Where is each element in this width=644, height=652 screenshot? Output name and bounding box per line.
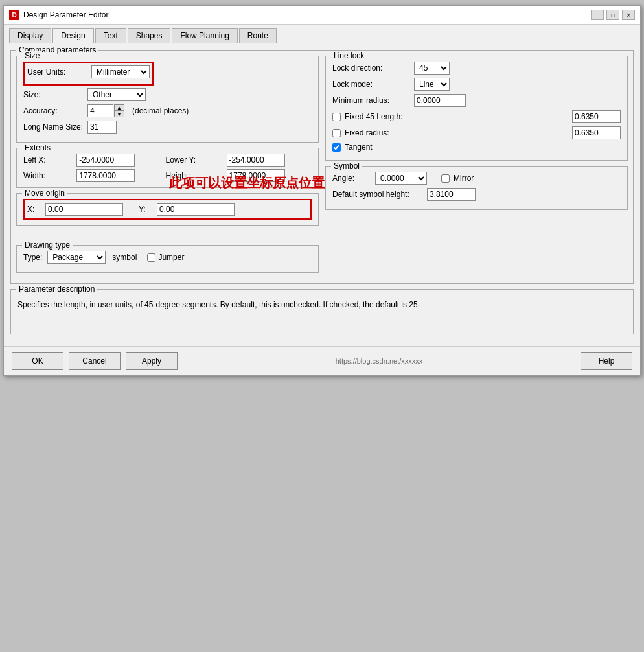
extents-legend: Extents [22,143,53,152]
tangent-row: Tangent [332,143,621,152]
lower-y-input[interactable] [227,154,285,167]
line-lock-legend: Line lock [331,51,367,60]
size-legend: Size [22,51,42,60]
help-button[interactable]: Help [581,352,632,370]
lock-mode-select[interactable]: Line Arc [414,78,450,91]
size-section: Size User Units: Millimeter Inch Micron [16,56,319,143]
right-column: Line lock Lock direction: 45 90 Any [325,56,628,278]
title-bar: D Design Parameter Editor — □ ✕ [4,6,640,25]
param-description-section: Parameter description Specifies the leng… [10,289,634,334]
tab-design[interactable]: Design [52,28,93,43]
spinner-down[interactable]: ▼ [114,111,124,117]
move-origin-section: Move origin X: Y: 此项可以设置坐标原点位置 [16,193,319,226]
angle-select[interactable]: 0.0000 45.0000 90.0000 135.0000 180.0000 [375,172,427,185]
width-label: Width: [23,171,73,180]
minimize-button[interactable]: — [591,10,604,20]
footer-left: OK Cancel Apply [12,352,178,370]
default-height-row: Default symbol height: [332,188,621,201]
ok-button[interactable]: OK [12,352,63,370]
tab-bar: Display Design Text Shapes Flow Planning… [4,25,640,43]
min-radius-input[interactable] [414,94,466,107]
two-column-layout: Size User Units: Millimeter Inch Micron [16,56,628,278]
lock-mode-label: Lock mode: [332,80,410,89]
fixed45-row: Fixed 45 Length: [332,110,621,123]
type-label: Type: [23,253,42,262]
cancel-button[interactable]: Cancel [69,352,121,370]
size-select[interactable]: Other A4 A3 Letter [87,88,146,101]
spinner-buttons: ▲ ▼ [114,104,124,117]
apply-button[interactable]: Apply [126,352,178,370]
x-input[interactable] [45,203,123,216]
title-controls: — □ ✕ [591,10,635,20]
tangent-label: Tangent [345,143,373,152]
min-radius-row: Minimum radius: [332,94,621,107]
long-name-label: Long Name Size: [23,122,85,132]
lower-y-label: Lower Y: [166,156,223,165]
footer-bar: OK Cancel Apply https://blog.csdn.net/xx… [4,346,640,375]
mirror-checkbox[interactable] [441,174,450,183]
title-bar-left: D Design Parameter Editor [9,10,108,20]
tab-text[interactable]: Text [95,28,126,43]
fixed-45-checkbox[interactable] [332,113,341,121]
annotation-text: 此项可以设置坐标原点位置 [169,174,325,192]
fixed-45-label: Fixed 45 Length: [345,112,402,121]
symbol-section: Symbol Angle: 0.0000 45.0000 90.0000 135… [325,166,628,210]
main-content: Command parameters Size User Units: [4,43,640,346]
left-x-input[interactable] [76,154,135,167]
fixed-radius-label: Fixed radius: [345,128,389,137]
accuracy-label: Accuracy: [23,106,85,115]
accuracy-spinner: ▲ ▼ [87,104,124,117]
tab-shapes[interactable]: Shapes [128,28,171,43]
user-units-row: User Units: Millimeter Inch Micron [27,65,150,78]
lock-mode-row: Lock mode: Line Arc [332,78,621,91]
width-input[interactable] [76,169,135,182]
fixed-radius-checkbox[interactable] [332,129,341,137]
tab-display[interactable]: Display [9,28,51,43]
x-label: X: [27,205,40,214]
y-input[interactable] [157,203,235,216]
spinner-up[interactable]: ▲ [114,104,124,111]
jumper-checkbox[interactable] [147,253,155,262]
user-units-select[interactable]: Millimeter Inch Micron [91,65,150,78]
symbol-label: symbol [112,253,137,262]
jumper-label: Jumper [158,253,184,262]
mirror-label: Mirror [454,174,474,183]
left-column: Size User Units: Millimeter Inch Micron [16,56,319,278]
window-title: Design Parameter Editor [23,10,108,19]
accuracy-input[interactable] [87,104,113,117]
left-x-label: Left X: [23,156,73,165]
user-units-label: User Units: [27,67,89,76]
move-origin-legend: Move origin [22,189,67,198]
lock-direction-select[interactable]: 45 90 Any [414,62,450,75]
param-desc-legend: Parameter description [16,285,97,294]
tab-flow-planning[interactable]: Flow Planning [172,28,237,43]
type-select[interactable]: Package Module Board [47,251,106,264]
long-name-row: Long Name Size: [23,121,312,134]
tangent-checkbox[interactable] [332,143,341,152]
tab-route[interactable]: Route [239,28,277,43]
footer-url: https://blog.csdn.net/xxxxxx [336,357,423,365]
min-radius-label: Minimum radius: [332,96,410,105]
fixed-45-input[interactable] [572,110,621,123]
y-label: Y: [139,205,152,214]
accuracy-row: Accuracy: ▲ ▼ (decimal places) [23,104,312,117]
fixed-radius-row: Fixed radius: [332,126,621,139]
fixed-radius-input[interactable] [572,126,621,139]
close-button[interactable]: ✕ [622,10,635,20]
command-params-group: Command parameters Size User Units: [10,50,634,284]
long-name-input[interactable] [87,121,117,134]
angle-label: Angle: [332,174,371,183]
size-row: Size: Other A4 A3 Letter [23,88,312,101]
app-icon: D [9,10,19,20]
symbol-legend: Symbol [331,161,362,170]
param-desc-text: Specifies the length, in user units, of … [17,299,627,310]
size-label: Size: [23,90,85,99]
maximize-button[interactable]: □ [606,10,619,20]
default-height-input[interactable] [427,188,476,201]
default-height-label: Default symbol height: [332,190,423,199]
move-origin-row: X: Y: [23,199,312,220]
main-window: D Design Parameter Editor — □ ✕ Display … [3,5,641,376]
angle-row: Angle: 0.0000 45.0000 90.0000 135.0000 1… [332,172,621,185]
drawing-type-section: Drawing type Type: Package Module Board … [16,245,319,273]
lock-direction-label: Lock direction: [332,64,410,73]
